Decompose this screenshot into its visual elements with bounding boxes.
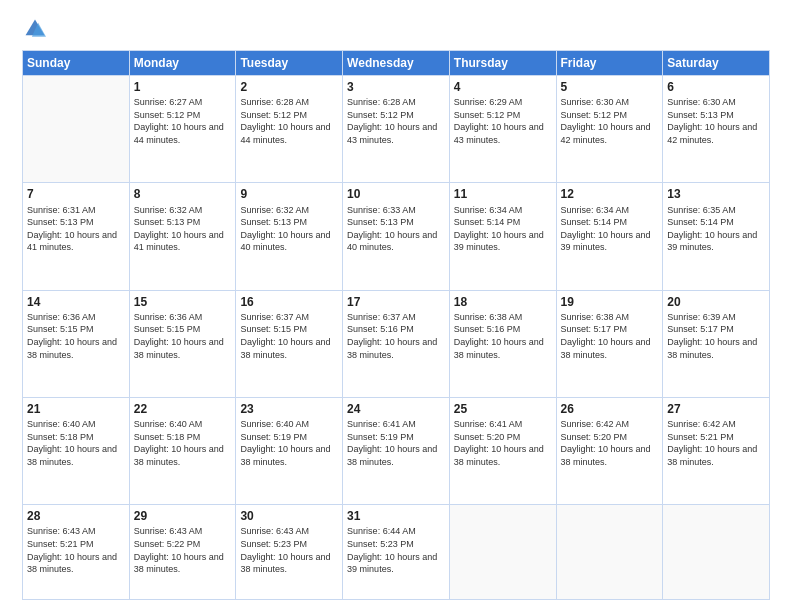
sunrise-text: Sunrise: 6:34 AM (454, 204, 552, 217)
weekday-header-monday: Monday (129, 51, 236, 76)
calendar-cell: 9Sunrise: 6:32 AMSunset: 5:13 PMDaylight… (236, 183, 343, 290)
calendar-week-4: 21Sunrise: 6:40 AMSunset: 5:18 PMDayligh… (23, 397, 770, 504)
sunrise-text: Sunrise: 6:41 AM (454, 418, 552, 431)
sunset-text: Sunset: 5:14 PM (667, 216, 765, 229)
day-info: Sunrise: 6:28 AMSunset: 5:12 PMDaylight:… (240, 96, 338, 146)
daylight-text: Daylight: 10 hours and 38 minutes. (134, 443, 232, 468)
daylight-text: Daylight: 10 hours and 38 minutes. (27, 443, 125, 468)
calendar-cell: 5Sunrise: 6:30 AMSunset: 5:12 PMDaylight… (556, 76, 663, 183)
calendar-cell: 10Sunrise: 6:33 AMSunset: 5:13 PMDayligh… (343, 183, 450, 290)
daylight-text: Daylight: 10 hours and 43 minutes. (454, 121, 552, 146)
day-number: 4 (454, 79, 552, 95)
sunset-text: Sunset: 5:16 PM (454, 323, 552, 336)
day-number: 17 (347, 294, 445, 310)
sunrise-text: Sunrise: 6:34 AM (561, 204, 659, 217)
daylight-text: Daylight: 10 hours and 40 minutes. (240, 229, 338, 254)
daylight-text: Daylight: 10 hours and 41 minutes. (134, 229, 232, 254)
daylight-text: Daylight: 10 hours and 44 minutes. (240, 121, 338, 146)
daylight-text: Daylight: 10 hours and 38 minutes. (240, 443, 338, 468)
weekday-header-saturday: Saturday (663, 51, 770, 76)
day-info: Sunrise: 6:43 AMSunset: 5:23 PMDaylight:… (240, 525, 338, 575)
day-info: Sunrise: 6:41 AMSunset: 5:19 PMDaylight:… (347, 418, 445, 468)
day-number: 20 (667, 294, 765, 310)
day-number: 6 (667, 79, 765, 95)
day-info: Sunrise: 6:40 AMSunset: 5:19 PMDaylight:… (240, 418, 338, 468)
day-info: Sunrise: 6:31 AMSunset: 5:13 PMDaylight:… (27, 204, 125, 254)
daylight-text: Daylight: 10 hours and 38 minutes. (667, 336, 765, 361)
day-info: Sunrise: 6:28 AMSunset: 5:12 PMDaylight:… (347, 96, 445, 146)
logo (22, 18, 46, 40)
day-info: Sunrise: 6:37 AMSunset: 5:15 PMDaylight:… (240, 311, 338, 361)
day-info: Sunrise: 6:32 AMSunset: 5:13 PMDaylight:… (134, 204, 232, 254)
calendar-cell (663, 505, 770, 600)
calendar-cell (449, 505, 556, 600)
day-info: Sunrise: 6:43 AMSunset: 5:21 PMDaylight:… (27, 525, 125, 575)
day-number: 19 (561, 294, 659, 310)
sunset-text: Sunset: 5:20 PM (454, 431, 552, 444)
sunset-text: Sunset: 5:17 PM (561, 323, 659, 336)
calendar-cell (23, 76, 130, 183)
sunset-text: Sunset: 5:14 PM (561, 216, 659, 229)
sunset-text: Sunset: 5:16 PM (347, 323, 445, 336)
daylight-text: Daylight: 10 hours and 43 minutes. (347, 121, 445, 146)
sunrise-text: Sunrise: 6:36 AM (134, 311, 232, 324)
sunset-text: Sunset: 5:13 PM (134, 216, 232, 229)
sunrise-text: Sunrise: 6:32 AM (240, 204, 338, 217)
calendar-cell (556, 505, 663, 600)
sunrise-text: Sunrise: 6:29 AM (454, 96, 552, 109)
sunset-text: Sunset: 5:19 PM (240, 431, 338, 444)
day-info: Sunrise: 6:40 AMSunset: 5:18 PMDaylight:… (134, 418, 232, 468)
day-info: Sunrise: 6:38 AMSunset: 5:17 PMDaylight:… (561, 311, 659, 361)
calendar-cell: 11Sunrise: 6:34 AMSunset: 5:14 PMDayligh… (449, 183, 556, 290)
sunset-text: Sunset: 5:13 PM (667, 109, 765, 122)
day-number: 28 (27, 508, 125, 524)
daylight-text: Daylight: 10 hours and 41 minutes. (27, 229, 125, 254)
daylight-text: Daylight: 10 hours and 39 minutes. (347, 551, 445, 576)
calendar-cell: 20Sunrise: 6:39 AMSunset: 5:17 PMDayligh… (663, 290, 770, 397)
day-info: Sunrise: 6:40 AMSunset: 5:18 PMDaylight:… (27, 418, 125, 468)
sunrise-text: Sunrise: 6:28 AM (347, 96, 445, 109)
day-number: 13 (667, 186, 765, 202)
day-number: 25 (454, 401, 552, 417)
sunset-text: Sunset: 5:13 PM (240, 216, 338, 229)
day-number: 16 (240, 294, 338, 310)
sunrise-text: Sunrise: 6:37 AM (347, 311, 445, 324)
calendar-week-2: 7Sunrise: 6:31 AMSunset: 5:13 PMDaylight… (23, 183, 770, 290)
calendar-cell: 15Sunrise: 6:36 AMSunset: 5:15 PMDayligh… (129, 290, 236, 397)
calendar-cell: 25Sunrise: 6:41 AMSunset: 5:20 PMDayligh… (449, 397, 556, 504)
calendar-cell: 19Sunrise: 6:38 AMSunset: 5:17 PMDayligh… (556, 290, 663, 397)
sunset-text: Sunset: 5:23 PM (240, 538, 338, 551)
daylight-text: Daylight: 10 hours and 38 minutes. (667, 443, 765, 468)
calendar-week-3: 14Sunrise: 6:36 AMSunset: 5:15 PMDayligh… (23, 290, 770, 397)
calendar-cell: 18Sunrise: 6:38 AMSunset: 5:16 PMDayligh… (449, 290, 556, 397)
sunset-text: Sunset: 5:21 PM (27, 538, 125, 551)
calendar-cell: 23Sunrise: 6:40 AMSunset: 5:19 PMDayligh… (236, 397, 343, 504)
sunset-text: Sunset: 5:15 PM (27, 323, 125, 336)
day-info: Sunrise: 6:30 AMSunset: 5:12 PMDaylight:… (561, 96, 659, 146)
sunrise-text: Sunrise: 6:30 AM (561, 96, 659, 109)
day-number: 3 (347, 79, 445, 95)
sunrise-text: Sunrise: 6:33 AM (347, 204, 445, 217)
day-number: 11 (454, 186, 552, 202)
day-info: Sunrise: 6:38 AMSunset: 5:16 PMDaylight:… (454, 311, 552, 361)
calendar-week-5: 28Sunrise: 6:43 AMSunset: 5:21 PMDayligh… (23, 505, 770, 600)
sunset-text: Sunset: 5:15 PM (240, 323, 338, 336)
sunset-text: Sunset: 5:23 PM (347, 538, 445, 551)
sunset-text: Sunset: 5:12 PM (561, 109, 659, 122)
logo-icon (24, 18, 46, 40)
day-info: Sunrise: 6:27 AMSunset: 5:12 PMDaylight:… (134, 96, 232, 146)
sunrise-text: Sunrise: 6:36 AM (27, 311, 125, 324)
sunrise-text: Sunrise: 6:37 AM (240, 311, 338, 324)
day-number: 30 (240, 508, 338, 524)
day-number: 1 (134, 79, 232, 95)
sunrise-text: Sunrise: 6:43 AM (27, 525, 125, 538)
sunset-text: Sunset: 5:12 PM (454, 109, 552, 122)
sunset-text: Sunset: 5:14 PM (454, 216, 552, 229)
daylight-text: Daylight: 10 hours and 38 minutes. (454, 443, 552, 468)
sunset-text: Sunset: 5:13 PM (347, 216, 445, 229)
sunrise-text: Sunrise: 6:44 AM (347, 525, 445, 538)
day-info: Sunrise: 6:33 AMSunset: 5:13 PMDaylight:… (347, 204, 445, 254)
day-info: Sunrise: 6:44 AMSunset: 5:23 PMDaylight:… (347, 525, 445, 575)
sunset-text: Sunset: 5:18 PM (134, 431, 232, 444)
daylight-text: Daylight: 10 hours and 38 minutes. (347, 336, 445, 361)
